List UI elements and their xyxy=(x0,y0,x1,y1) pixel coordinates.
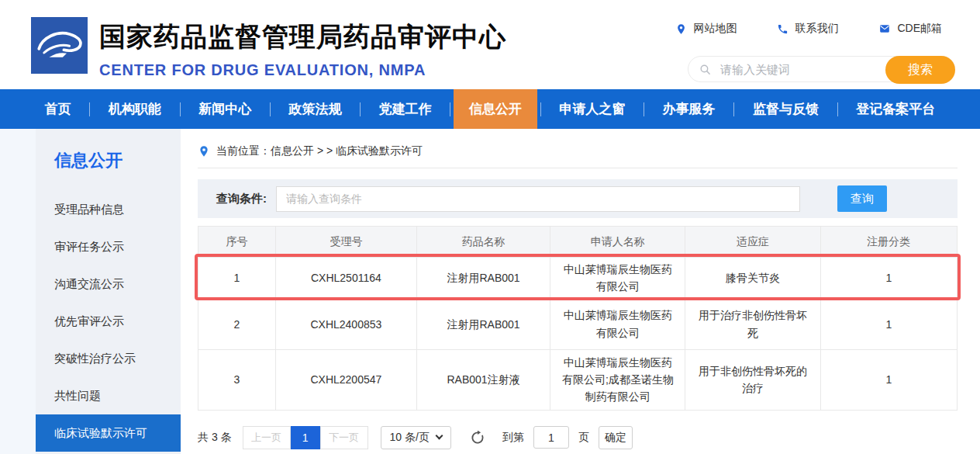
site-title-block: 国家药品监督管理局药品审评中心 CENTER FOR DRUG EVALUATI… xyxy=(99,19,506,79)
sidebar-item-clinical-trial-implied-license[interactable]: 临床试验默示许可 xyxy=(36,414,181,452)
chevron-down-icon xyxy=(435,432,443,440)
site-map-link-label: 网站地图 xyxy=(693,22,737,36)
contact-us-link-label: 联系我们 xyxy=(795,22,838,36)
nav-separator xyxy=(180,102,181,116)
page-size-select[interactable]: 10 条/页 xyxy=(381,426,451,449)
location-pin-icon xyxy=(198,145,210,158)
cde-mail-link-label: CDE邮箱 xyxy=(897,22,942,36)
nav-separator xyxy=(644,102,644,116)
nav-item-services[interactable]: 办事服务 xyxy=(647,89,731,129)
nav-item-party-building[interactable]: 党建工作 xyxy=(364,89,447,129)
cell-drug-name: 注射用RAB001 xyxy=(416,258,550,300)
cde-mail-link[interactable]: CDE邮箱 xyxy=(878,22,942,36)
breadcrumb-text: 当前位置：信息公开 > > 临床试验默示许可 xyxy=(216,144,423,158)
site-map-link[interactable]: 网站地图 xyxy=(675,22,737,36)
location-pin-icon xyxy=(675,23,687,35)
next-page-button[interactable]: 下一页 xyxy=(320,426,368,449)
sidebar-item-accepted-varieties[interactable]: 受理品种信息 xyxy=(36,191,181,228)
nav-separator xyxy=(733,102,734,116)
search-icon xyxy=(699,63,712,76)
cell-indication: 用于治疗非创伤性骨坏死 xyxy=(685,299,820,349)
cell-applicant: 中山莱博瑞辰生物医药有限公司 xyxy=(550,258,685,300)
sidebar-items: 受理品种信息审评任务公示沟通交流公示优先审评公示突破性治疗公示共性问题临床试验默… xyxy=(36,191,181,452)
nav-separator xyxy=(837,102,838,116)
cell-indication: 膝骨关节炎 xyxy=(685,258,820,300)
pagination: 共 3 条 上一页 1 下一页 10 条/页 到第 页 确定 xyxy=(198,426,958,449)
query-input[interactable] xyxy=(276,186,800,212)
nav-separator xyxy=(450,102,450,116)
main-panel: 当前位置：信息公开 > > 临床试验默示许可 查询条件: 查询 序号受理号药品名… xyxy=(181,129,980,454)
query-panel: 查询条件: 查询 xyxy=(198,179,958,218)
cell-acceptance-no: CXHL2200547 xyxy=(275,349,416,410)
table-row: 2CXHL2400853注射用RAB001中山莱博瑞辰生物医药有限公司用于治疗非… xyxy=(198,299,958,349)
cell-seq: 1 xyxy=(198,258,276,300)
sidebar-item-common-issues[interactable]: 共性问题 xyxy=(36,377,181,414)
cell-applicant: 中山莱博瑞辰生物医药有限公司;成都圣诺生物制药有限公司 xyxy=(550,349,685,410)
column-header: 适应症 xyxy=(685,227,820,258)
column-header: 序号 xyxy=(198,227,276,258)
nav-item-registration-platform[interactable]: 登记备案平台 xyxy=(840,89,951,129)
total-count-text: 共 3 条 xyxy=(198,431,232,445)
sidebar-item-priority-review-publicity[interactable]: 优先审评公示 xyxy=(36,303,181,340)
cell-seq: 2 xyxy=(198,299,276,349)
query-button[interactable]: 查询 xyxy=(837,185,887,212)
nav-separator xyxy=(540,102,541,116)
column-header: 申请人名称 xyxy=(550,227,685,258)
envelope-icon xyxy=(878,23,891,34)
table-header-row: 序号受理号药品名称申请人名称适应症注册分类 xyxy=(198,227,958,258)
cell-seq: 3 xyxy=(198,349,276,410)
search-button[interactable]: 搜索 xyxy=(885,56,955,84)
site-header: 国家药品监督管理局药品审评中心 CENTER FOR DRUG EVALUATI… xyxy=(0,0,980,89)
sidebar-title: 信息公开 xyxy=(36,149,181,172)
nav-separator xyxy=(270,102,271,116)
goto-page-group: 到第 页 确定 xyxy=(502,426,633,449)
cell-applicant: 中山莱博瑞辰生物医药有限公司 xyxy=(550,299,685,349)
results-table-wrap: 序号受理号药品名称申请人名称适应症注册分类 1CXHL2501164注射用RAB… xyxy=(198,226,958,411)
breadcrumb: 当前位置：信息公开 > > 临床试验默示许可 xyxy=(198,144,958,168)
query-label: 查询条件: xyxy=(216,192,267,206)
sidebar-item-breakthrough-therapy-publicity[interactable]: 突破性治疗公示 xyxy=(36,340,181,377)
phone-icon xyxy=(777,23,788,35)
content-area: 信息公开 受理品种信息审评任务公示沟通交流公示优先审评公示突破性治疗公示共性问题… xyxy=(0,129,980,454)
sidebar-item-communication-publicity[interactable]: 沟通交流公示 xyxy=(36,265,181,303)
sidebar-item-review-task-publicity[interactable]: 审评任务公示 xyxy=(36,228,181,265)
pager: 上一页 1 下一页 xyxy=(243,426,368,449)
cell-acceptance-no: CXHL2400853 xyxy=(275,299,416,349)
cell-drug-name: 注射用RAB001 xyxy=(416,299,550,349)
sidebar: 信息公开 受理品种信息审评任务公示沟通交流公示优先审评公示突破性治疗公示共性问题… xyxy=(36,129,181,454)
column-header: 受理号 xyxy=(275,227,416,258)
header-search-bar: 搜索 xyxy=(688,56,955,82)
nav-separator xyxy=(360,102,361,116)
nav-separator xyxy=(89,102,90,116)
site-title: 国家药品监督管理局药品审评中心 xyxy=(99,19,506,55)
cell-drug-name: RAB001注射液 xyxy=(416,349,550,410)
goto-page-input[interactable] xyxy=(533,426,569,449)
nav-item-org-functions[interactable]: 机构职能 xyxy=(93,89,177,129)
nav-item-news-center[interactable]: 新闻中心 xyxy=(183,89,267,129)
nav-item-home[interactable]: 首页 xyxy=(29,89,87,129)
main-nav: 首页机构职能新闻中心政策法规党建工作信息公开申请人之窗办事服务监督与反馈登记备案… xyxy=(0,89,980,129)
cde-logo-swoosh-icon xyxy=(31,17,88,74)
column-header: 药品名称 xyxy=(416,227,550,258)
nav-item-applicant-window[interactable]: 申请人之窗 xyxy=(543,89,640,129)
refresh-icon[interactable] xyxy=(470,430,485,445)
table-row: 1CXHL2501164注射用RAB001中山莱博瑞辰生物医药有限公司膝骨关节炎… xyxy=(198,258,958,300)
nav-item-supervision-feedback[interactable]: 监督与反馈 xyxy=(737,89,834,129)
cell-reg-class: 1 xyxy=(820,299,957,349)
page-size-value: 10 条/页 xyxy=(390,431,430,445)
prev-page-button[interactable]: 上一页 xyxy=(243,426,291,449)
results-table: 序号受理号药品名称申请人名称适应症注册分类 1CXHL2501164注射用RAB… xyxy=(198,226,958,411)
cell-acceptance-no: CXHL2501164 xyxy=(275,258,416,300)
column-header: 注册分类 xyxy=(820,227,957,258)
cell-indication: 用于非创伤性骨坏死的治疗 xyxy=(685,349,820,410)
contact-us-link[interactable]: 联系我们 xyxy=(777,22,838,36)
nav-item-info-disclosure[interactable]: 信息公开 xyxy=(454,89,537,129)
header-quick-links: 网站地图联系我们CDE邮箱 xyxy=(675,22,942,36)
left-rail xyxy=(0,129,36,454)
nav-item-policies-regulations[interactable]: 政策法规 xyxy=(273,89,357,129)
table-row: 3CXHL2200547RAB001注射液中山莱博瑞辰生物医药有限公司;成都圣诺… xyxy=(198,349,958,410)
confirm-button[interactable]: 确定 xyxy=(599,426,633,449)
page-number-button[interactable]: 1 xyxy=(291,426,320,449)
cell-reg-class: 1 xyxy=(820,258,957,300)
results-table-body: 1CXHL2501164注射用RAB001中山莱博瑞辰生物医药有限公司膝骨关节炎… xyxy=(198,258,958,411)
